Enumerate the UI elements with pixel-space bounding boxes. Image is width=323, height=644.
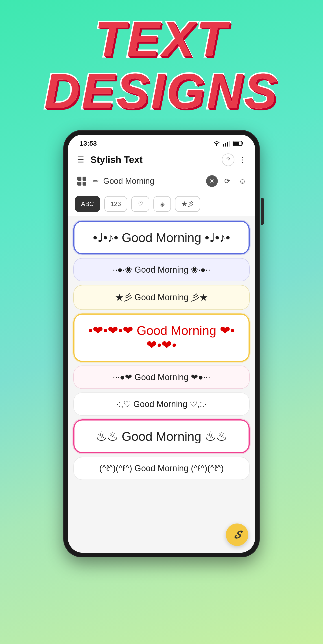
tab-abc[interactable]: ABC [75,196,100,212]
text-content: ★彡 Good Morning 彡★ [115,292,208,302]
list-item[interactable]: ♨♨ Good Morning ♨♨ [73,420,250,453]
refresh-button[interactable]: ⟳ [222,175,233,187]
text-content: ···●❤ Good Morning ❤●··· [112,372,210,382]
fab-label: 𝓢 [234,528,240,541]
list-item[interactable]: •♩•♪• Good Morning •♩•♪• [73,220,250,254]
battery-icon: ⚡ [232,140,243,146]
text-content: •❤•❤•❤ Good Morning ❤•❤•❤• [88,323,234,352]
more-options-button[interactable]: ⋮ [239,156,246,164]
search-bar: ✏ Good Morning ✕ ⟳ ☺ [68,170,255,192]
tab-shape-label: ◈ [160,200,165,208]
tab-heart[interactable]: ♡ [131,196,150,212]
header-line2: DESIGNS [44,65,279,117]
svg-rect-1 [223,144,224,146]
filter-tabs: ABC 123 ♡ ◈ ★彡 [68,192,255,216]
svg-rect-4 [229,141,230,146]
tab-heart-label: ♡ [138,200,143,208]
list-item[interactable]: ··●·❀ Good Morning ❀·●·· [73,258,250,282]
header-actions: ? ⋮ [222,154,246,166]
emoji-button[interactable]: ☺ [237,175,248,187]
svg-rect-2 [225,143,226,146]
svg-text:⚡: ⚡ [243,142,243,146]
text-content: •♩•♪• Good Morning •♩•♪• [93,230,230,244]
status-bar: 13:53 [68,135,255,150]
hamburger-icon[interactable]: ☰ [77,156,84,164]
tab-star[interactable]: ★彡 [175,196,200,212]
list-item[interactable]: ···●❤ Good Morning ❤●··· [73,366,250,389]
header-section: TEXT DESIGNS [44,14,279,117]
svg-rect-3 [227,142,228,146]
phone-outer: 13:53 [64,130,259,557]
text-content: ··●·❀ Good Morning ❀·●·· [112,265,210,274]
tab-shape[interactable]: ◈ [154,196,171,212]
pencil-button[interactable]: ✏ [93,177,99,185]
text-content: (^ℓ^)(^ℓ^) Good Morning (^ℓ^)(^ℓ^) [99,464,224,473]
list-item[interactable]: (^ℓ^)(^ℓ^) Good Morning (^ℓ^)(^ℓ^) [73,457,250,480]
grid-icon [78,176,86,186]
tab-abc-label: ABC [81,200,94,208]
text-list: •♩•♪• Good Morning •♩•♪• ··●·❀ Good Morn… [68,216,255,553]
wifi-icon [213,140,220,146]
text-content: ·:,♡ Good Morning ♡,:.· [116,400,207,409]
status-icons: ⚡ [213,140,243,146]
signal-icon [223,140,230,146]
clear-button[interactable]: ✕ [206,175,218,187]
svg-point-0 [216,145,217,146]
header-line1: TEXT [44,14,279,65]
app-title: Stylish Text [90,154,222,165]
phone-wrapper: 13:53 [64,130,259,557]
tab-123[interactable]: 123 [104,196,128,212]
status-time: 13:53 [80,140,97,147]
phone-side-button [261,198,264,225]
grid-view-button[interactable] [75,174,89,188]
tab-star-label: ★彡 [181,200,194,208]
tab-123-label: 123 [110,200,121,208]
list-item[interactable]: ·:,♡ Good Morning ♡,:.· [73,392,250,416]
phone-inner: 13:53 [68,135,255,553]
svg-rect-7 [233,142,239,145]
search-actions: ✕ ⟳ ☺ [206,175,248,187]
search-input[interactable]: Good Morning [103,176,202,186]
list-item[interactable]: •❤•❤•❤ Good Morning ❤•❤•❤• [73,314,250,362]
fab-button[interactable]: 𝓢 [226,524,248,546]
text-content: ♨♨ Good Morning ♨♨ [96,429,227,444]
help-button[interactable]: ? [222,154,234,166]
app-header: ☰ Stylish Text ? ⋮ [68,150,255,170]
list-item[interactable]: ★彡 Good Morning 彡★ [73,285,250,310]
